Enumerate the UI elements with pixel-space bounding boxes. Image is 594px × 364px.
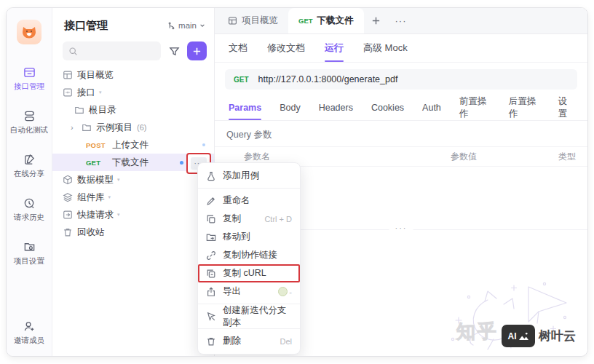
menu-shortcut: Ctrl + D <box>264 215 292 223</box>
menu-item-label: 复制协作链接 <box>223 249 277 261</box>
rail-item-history[interactable]: 请求历史 <box>14 197 44 223</box>
caret-icon: ▾ <box>117 212 120 218</box>
item-count: (6) <box>137 123 146 132</box>
request-url: http://127.0.0.1:8000/generate_pdf <box>258 74 398 84</box>
branch-selector[interactable]: main <box>167 21 205 30</box>
new-tab-button[interactable] <box>364 8 388 33</box>
rail-item-share[interactable]: 在线分享 <box>14 154 44 179</box>
panel-title: 接口管理 <box>64 19 108 33</box>
folder-icon <box>82 122 92 132</box>
tree-item-label: 数据模型 <box>77 174 114 186</box>
rail-item-api-management[interactable]: 接口管理 <box>14 66 44 92</box>
tree-item-label: 示例项目 <box>96 122 132 134</box>
menu-item-move-to[interactable]: 移动到 <box>198 228 300 246</box>
rail-item-label: 接口管理 <box>14 82 44 92</box>
tree-item-label: 项目概览 <box>77 69 114 82</box>
tree-item-data-models[interactable]: 数据模型 ▾ <box>52 171 214 189</box>
method-badge: GET <box>86 159 108 167</box>
rail-item-label: 自动化测试 <box>10 125 49 135</box>
menu-item-export[interactable]: 导出 - <box>198 282 300 301</box>
menu-item-copy-share-link[interactable]: 复制协作链接 <box>198 246 300 264</box>
tree-item-project-overview[interactable]: 项目概览 <box>52 66 214 84</box>
tab-strip: 项目概览 GET 下载文件 ··· <box>215 8 587 34</box>
tab-run[interactable]: 运行 <box>325 34 344 62</box>
apifox-logo[interactable] <box>17 20 41 44</box>
watermark-text: 树叶云 <box>539 328 576 344</box>
menu-item-duplicate[interactable]: 复制 Ctrl + D <box>198 210 300 228</box>
share-doc-icon <box>23 154 36 166</box>
filter-button[interactable] <box>166 43 182 59</box>
rail-item-label: 请求历史 <box>14 213 44 223</box>
caret-icon: ▾ <box>99 90 102 95</box>
rail-item-invite-member[interactable]: 邀请成员 <box>14 320 44 346</box>
folder-icon <box>74 105 84 115</box>
copy-icon <box>206 214 216 224</box>
overview-icon <box>63 70 73 80</box>
menu-item-add-case[interactable]: 添加用例 <box>198 167 300 185</box>
search-input[interactable] <box>63 41 161 60</box>
tree-item-upload-file[interactable]: POST 上传文件 <box>52 136 214 154</box>
menu-shortcut: Del <box>280 337 292 346</box>
flask-icon <box>206 171 216 181</box>
tab-download-file[interactable]: GET 下载文件 <box>288 8 364 33</box>
doc-tabs: 文档 修改文档 运行 高级 Mock <box>215 34 587 63</box>
collapse-handle[interactable]: ··· <box>389 223 413 232</box>
tree-item-recycle-bin[interactable]: 回收站 <box>52 223 214 241</box>
tab-pre-operations[interactable]: 前置操作 <box>459 95 491 120</box>
url-row: GET http://127.0.0.1:8000/generate_pdf <box>215 63 587 95</box>
request-config-tabs: Params Body Headers Cookies Auth 前置操作 后置… <box>215 95 587 121</box>
rail-item-project-settings[interactable]: 项目设置 <box>14 241 44 266</box>
git-branch-icon <box>167 22 175 30</box>
menu-item-rename[interactable]: 重命名 <box>198 191 300 210</box>
folder-move-icon <box>206 232 216 242</box>
tab-label: 项目概览 <box>242 15 278 27</box>
rail-item-auto-test[interactable]: 自动化测试 <box>10 110 49 135</box>
rail-item-label: 项目设置 <box>14 256 44 266</box>
tree-item-apis[interactable]: 接口 ▾ <box>52 84 214 101</box>
expand-arrow-icon[interactable]: › <box>71 123 77 132</box>
tree-item-download-file[interactable]: GET 下载文件 ··· <box>52 154 214 171</box>
tab-more-button[interactable]: ··· <box>388 8 414 33</box>
tab-settings[interactable]: 设置 <box>558 95 574 120</box>
tree-panel: 接口管理 main <box>52 8 215 356</box>
api-management-icon <box>23 66 36 79</box>
tab-post-operations[interactable]: 后置操作 <box>509 95 540 120</box>
tab-headers[interactable]: Headers <box>319 95 353 120</box>
tab-project-overview[interactable]: 项目概览 <box>218 8 288 33</box>
tab-cookies[interactable]: Cookies <box>371 95 404 120</box>
plus-icon <box>371 16 381 25</box>
menu-item-label: 删除 <box>223 335 241 347</box>
menu-item-label: 复制 <box>223 213 241 225</box>
tree-list: 项目概览 接口 ▾ 根目录 › 示例项目 (6 <box>52 66 214 241</box>
tab-edit-docs[interactable]: 修改文档 <box>267 34 305 62</box>
tab-docs[interactable]: 文档 <box>229 34 248 62</box>
menu-item-delete[interactable]: 删除 Del <box>198 332 300 350</box>
tree-item-root-folder[interactable]: 根目录 <box>52 101 214 119</box>
ai-badge: AI <box>502 325 535 347</box>
quick-request-icon <box>63 210 73 220</box>
tree-item-label: 回收站 <box>77 226 105 239</box>
add-button[interactable] <box>187 41 207 60</box>
method-badge: GET <box>298 17 313 25</box>
column-param-name: 参数名 <box>244 151 389 163</box>
menu-item-label: 移动到 <box>223 231 250 243</box>
tree-item-components[interactable]: 组件库 ▾ <box>52 189 214 206</box>
menu-item-create-branch-copy[interactable]: 创建新迭代分支副本 <box>198 307 300 325</box>
history-clock-icon <box>23 197 36 210</box>
auto-test-icon <box>23 110 36 122</box>
tab-params[interactable]: Params <box>229 95 261 120</box>
export-icon <box>206 287 216 297</box>
tab-auth[interactable]: Auth <box>422 95 441 120</box>
menu-item-copy-curl[interactable]: 复制 cURL <box>198 264 300 282</box>
tab-advanced-mock[interactable]: 高级 Mock <box>363 34 408 62</box>
menu-divider <box>198 188 300 189</box>
watermark: AI 树叶云 <box>502 325 576 347</box>
modified-dot <box>180 161 183 165</box>
tree-item-example-project[interactable]: › 示例项目 (6) <box>52 119 214 136</box>
tree-item-quick-request[interactable]: 快捷请求 ▾ <box>52 206 214 223</box>
request-url-input[interactable]: GET http://127.0.0.1:8000/generate_pdf <box>225 69 577 90</box>
menu-item-label: 创建新迭代分支副本 <box>223 304 292 329</box>
trash-icon <box>206 336 216 347</box>
tab-body[interactable]: Body <box>280 95 301 120</box>
query-section-label: Query 参数 <box>215 121 587 146</box>
